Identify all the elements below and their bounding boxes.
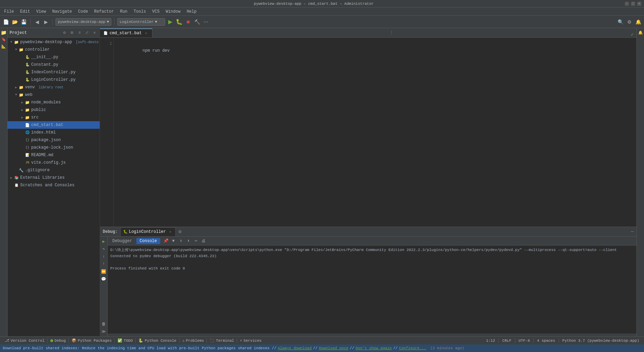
- panel-settings-button[interactable]: ⚙: [178, 229, 181, 235]
- status-todo[interactable]: ✅ TODO: [115, 337, 135, 344]
- tree-item-public[interactable]: ▶ 📁 public: [8, 106, 100, 114]
- tree-item-external-libs[interactable]: ▶ 📚 External Libraries: [8, 174, 100, 181]
- status-python-version[interactable]: Python 3.7 (pywebview-desktop-app): [560, 337, 641, 344]
- tree-item-index-html[interactable]: 🌐 index.html: [8, 129, 100, 136]
- minimize-button[interactable]: ─: [625, 2, 629, 6]
- panel-expand-icon[interactable]: ⤢: [84, 30, 90, 36]
- status-python-console[interactable]: 🐍 Python Console: [136, 337, 178, 344]
- scroll-up-button[interactable]: ⬆: [185, 238, 192, 244]
- debug-button[interactable]: 🐛: [175, 18, 183, 26]
- tab-close-button[interactable]: ✕: [144, 31, 149, 36]
- notifications-icon[interactable]: 🔔: [637, 29, 644, 36]
- menu-view[interactable]: View: [34, 9, 49, 15]
- debug-tab-close[interactable]: ✕: [168, 229, 173, 234]
- close-button[interactable]: ✕: [637, 2, 641, 6]
- scroll-down-button[interactable]: ⬇: [177, 238, 184, 244]
- status-indent[interactable]: 4 spaces: [535, 337, 557, 344]
- status-position[interactable]: 1:12: [484, 337, 497, 344]
- tab-options-button[interactable]: ⋮: [388, 28, 395, 37]
- tree-item-node-modules[interactable]: ▶ 📁 node_modules: [8, 99, 100, 106]
- status-python-packages[interactable]: 📦 Python Packages: [70, 337, 114, 344]
- panel-filter-icon[interactable]: ≡: [76, 30, 83, 36]
- console-scrollbar[interactable]: [108, 334, 636, 336]
- save-button[interactable]: 💾: [20, 18, 27, 26]
- forward-button[interactable]: ▶: [42, 18, 50, 26]
- project-dropdown[interactable]: pywebview-desktop-app ▼: [55, 18, 111, 26]
- status-version-control[interactable]: ⎇ Version Control: [3, 337, 47, 344]
- resume-button[interactable]: ▶: [100, 238, 107, 245]
- panel-layout-icon[interactable]: ⊞: [69, 30, 75, 36]
- status-problems[interactable]: ⚠ Problems: [180, 337, 206, 344]
- project-icon[interactable]: 📁: [1, 29, 7, 36]
- step-over-button[interactable]: ↷: [100, 246, 107, 252]
- bookmarks-icon[interactable]: 🔖: [1, 36, 7, 42]
- tree-item-vite-config[interactable]: JS vite.config.js: [8, 159, 100, 166]
- run-to-cursor-button[interactable]: ⏩: [100, 268, 107, 275]
- menu-refactor[interactable]: Refactor: [91, 9, 117, 15]
- back-button[interactable]: ◀: [33, 18, 41, 26]
- more-debug-button[interactable]: ≫: [100, 328, 107, 335]
- menu-code[interactable]: Code: [75, 9, 91, 15]
- open-button[interactable]: 📂: [11, 18, 18, 26]
- build-button[interactable]: 🔨: [193, 18, 201, 26]
- menu-tools[interactable]: Tools: [131, 9, 149, 15]
- wrap-button[interactable]: ↩: [193, 238, 199, 244]
- status-services[interactable]: ⚡ Services: [238, 337, 263, 344]
- status-terminal[interactable]: ⬛ Terminal: [208, 337, 236, 344]
- tree-item-venv[interactable]: ▶ 📁 venv library root: [8, 84, 100, 91]
- panel-close-icon[interactable]: ✕: [91, 30, 98, 36]
- run-button[interactable]: ▶: [166, 18, 174, 26]
- new-file-button[interactable]: 📄: [2, 18, 10, 26]
- menu-help[interactable]: Help: [184, 9, 199, 15]
- menu-window[interactable]: Window: [163, 9, 183, 15]
- tree-item-web[interactable]: ▼ 📁 web: [8, 91, 100, 99]
- dont-show-again-link[interactable]: Don't show again: [356, 346, 392, 350]
- tree-item-init[interactable]: 🐍 __init__.py: [8, 53, 100, 61]
- menu-vcs[interactable]: VCS: [149, 9, 162, 15]
- tree-item-controller[interactable]: ▼ 📁 controller: [8, 46, 100, 53]
- pin-tab-button[interactable]: 📌: [162, 238, 169, 244]
- console-tab[interactable]: Console: [136, 238, 160, 244]
- tree-item-indexcontroller[interactable]: 🐍 IndexController.py: [8, 68, 100, 76]
- evaluate-button[interactable]: 💬: [100, 276, 107, 282]
- step-out-button[interactable]: ↑: [100, 261, 107, 267]
- search-everywhere-button[interactable]: 🔍: [617, 18, 624, 26]
- structure-icon[interactable]: 📐: [1, 43, 7, 49]
- tree-item-package-json[interactable]: {} package.json: [8, 136, 100, 144]
- tree-item-package-lock[interactable]: {} package-lock.json: [8, 144, 100, 151]
- menu-file[interactable]: File: [1, 9, 17, 15]
- status-debug[interactable]: Debug: [48, 337, 68, 344]
- more-button[interactable]: ⋯: [202, 18, 210, 26]
- debug-tab-logincontroller[interactable]: 🐛 LoginController ✕: [120, 227, 176, 236]
- menu-navigate[interactable]: Navigate: [49, 9, 75, 15]
- tree-item-logincontroller[interactable]: 🐍 LoginController.py: [8, 76, 100, 84]
- menu-run[interactable]: Run: [117, 9, 130, 15]
- download-once-link[interactable]: Download once: [319, 346, 348, 350]
- step-into-button[interactable]: ↓: [100, 253, 107, 260]
- panel-minimize-button[interactable]: ─: [631, 229, 634, 235]
- settings-button[interactable]: ⚙: [626, 18, 633, 26]
- tree-item-readme[interactable]: 📝 README.md: [8, 151, 100, 159]
- console-output[interactable]: D:\待上传\pywebview-desktop-app\pywebview-d…: [108, 246, 636, 334]
- filter-button[interactable]: ▼: [170, 238, 177, 244]
- tree-item-src[interactable]: ▶ 📁 src: [8, 114, 100, 121]
- print-button[interactable]: 🖨: [200, 238, 207, 244]
- tree-root[interactable]: ▼ 📁 pywebview-desktop-app [soft-destop]: [8, 38, 100, 46]
- menu-edit[interactable]: Edit: [17, 9, 33, 15]
- maximize-button[interactable]: □: [631, 2, 635, 6]
- editor-tab-cmd-start[interactable]: 📄 cmd_start.bat ✕: [100, 28, 152, 37]
- tree-item-cmd-start[interactable]: 📄 cmd_start.bat: [8, 121, 100, 129]
- always-download-link[interactable]: Always download: [278, 346, 312, 350]
- status-line-ending[interactable]: CRLF: [500, 337, 513, 344]
- tree-item-gitignore[interactable]: 🔧 .gitignore: [8, 166, 100, 174]
- config-dropdown[interactable]: LoginController ▼: [117, 18, 165, 26]
- debugger-tab[interactable]: Debugger: [109, 238, 136, 244]
- tree-item-constant[interactable]: 🐍 Constant.py: [8, 61, 100, 68]
- tree-item-scratches[interactable]: 📋 Scratches and Consoles: [8, 181, 100, 189]
- status-encoding[interactable]: UTF-8: [517, 337, 532, 344]
- stop-button[interactable]: ■: [184, 18, 192, 26]
- notifications-button[interactable]: 🔔: [634, 18, 642, 26]
- panel-settings-icon[interactable]: ⚙: [61, 30, 67, 36]
- configure-link[interactable]: Configure...: [399, 346, 426, 350]
- clear-console-button[interactable]: 🗑: [100, 320, 107, 327]
